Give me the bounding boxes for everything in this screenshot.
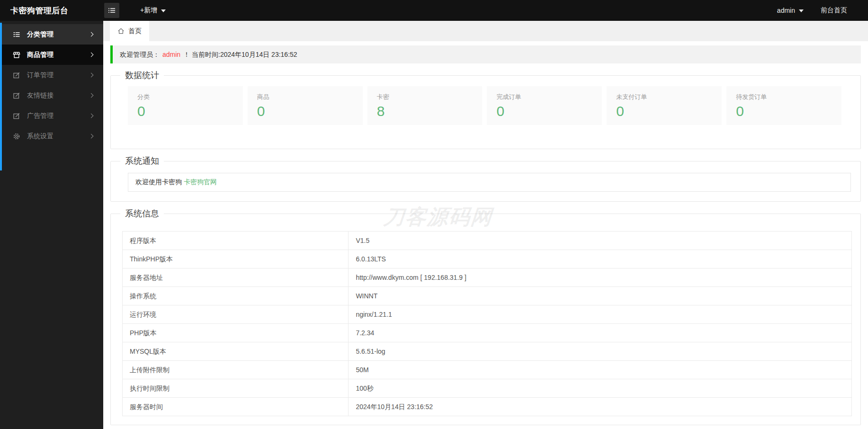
sysinfo-table: 程序版本 V1.5 ThinkPHP版本 6.0.13LTS 服务器地址 htt…: [122, 231, 852, 416]
welcome-alert: 欢迎管理员：admin！ 当前时间:2024年10月14日 23:16:52: [110, 45, 861, 63]
welcome-prefix: 欢迎管理员：: [120, 51, 160, 58]
stat-label: 完成订单: [496, 93, 592, 101]
info-value-cell: nginx/1.21.1: [349, 305, 852, 324]
sidebar-item-product-management[interactable]: 商品管理: [0, 45, 103, 65]
info-label-cell: 操作系统: [123, 287, 349, 305]
hamburger-icon: [107, 7, 116, 14]
stat-card-category: 分类 0: [128, 86, 243, 125]
sidebar: 分类管理 商品管理 订单管理 友情链接: [0, 21, 103, 429]
gear-icon: [12, 132, 21, 141]
caret-down-icon: [799, 9, 804, 12]
sidebar-item-category-management[interactable]: 分类管理: [0, 24, 103, 45]
official-site-link[interactable]: 卡密狗官网: [184, 178, 217, 186]
user-dropdown[interactable]: admin: [777, 7, 804, 14]
info-value-cell: 7.2.34: [349, 324, 852, 342]
stat-value: 0: [616, 104, 712, 118]
stat-label: 商品: [257, 93, 353, 101]
info-value-cell: V1.5: [349, 232, 852, 250]
sysinfo-legend: 系统信息: [120, 208, 164, 219]
info-value-cell: 50M: [349, 361, 852, 379]
stat-card-cardcode: 卡密 8: [367, 86, 483, 125]
caret-down-icon: [161, 9, 166, 12]
chevron-right-icon: [89, 114, 94, 118]
new-dropdown[interactable]: +新增: [140, 6, 166, 15]
front-home-link[interactable]: 前台首页: [821, 6, 847, 15]
notice-text: 欢迎使用卡密狗: [135, 178, 184, 186]
table-row: MYSQL版本 5.6.51-log: [123, 342, 852, 361]
table-row: ThinkPHP版本 6.0.13LTS: [123, 250, 852, 268]
chevron-right-icon: [89, 53, 94, 57]
chevron-right-icon: [89, 134, 94, 139]
notice-box: 欢迎使用卡密狗 卡密狗官网: [128, 173, 851, 192]
info-value-cell: 6.0.13LTS: [349, 250, 852, 268]
collapse-sidebar-button[interactable]: [104, 3, 119, 18]
stats-legend: 数据统计: [120, 70, 164, 80]
sidebar-item-friendly-links[interactable]: 友情链接: [0, 85, 103, 106]
info-value-cell: 5.6.51-log: [349, 342, 852, 361]
table-row: 服务器时间 2024年10月14日 23:16:52: [123, 398, 852, 416]
info-label-cell: 服务器时间: [123, 398, 349, 416]
stat-card-pending-shipment-orders: 待发货订单 0: [726, 86, 841, 125]
table-row: 程序版本 V1.5: [123, 232, 852, 250]
table-row: 上传附件限制 50M: [123, 361, 852, 379]
welcome-admin-name: admin: [162, 51, 180, 58]
edit-icon: [12, 112, 21, 120]
home-icon: [117, 27, 125, 35]
topbar-right: admin 前台首页: [777, 6, 868, 15]
info-label-cell: 上传附件限制: [123, 361, 349, 379]
table-row: 执行时间限制 100秒: [123, 379, 852, 398]
welcome-suffix: ！ 当前时间:2024年10月14日 23:16:52: [183, 51, 297, 58]
app-title: 卡密狗管理后台: [0, 5, 103, 16]
info-label-cell: ThinkPHP版本: [123, 250, 349, 268]
table-row: 运行环境 nginx/1.21.1: [123, 305, 852, 324]
info-label-cell: 运行环境: [123, 305, 349, 324]
sidebar-item-label: 订单管理: [27, 71, 54, 80]
new-dropdown-label: +新增: [140, 6, 157, 15]
stat-value: 0: [736, 104, 832, 118]
info-value-cell: 2024年10月14日 23:16:52: [349, 398, 852, 416]
chevron-right-icon: [89, 93, 94, 98]
stat-label: 待发货订单: [736, 93, 832, 101]
chevron-right-icon: [89, 32, 94, 37]
edit-icon: [12, 71, 21, 80]
stat-card-unpaid-orders: 未支付订单 0: [607, 86, 722, 125]
info-value-cell: WINNT: [349, 287, 852, 305]
tab-home[interactable]: 首页: [110, 21, 149, 41]
stats-row: 分类 0 商品 0 卡密 8 完成订单 0 未支付订单 0 待发货订单 0: [111, 80, 860, 149]
stat-card-completed-orders: 完成订单 0: [487, 86, 602, 125]
stat-value: 0: [496, 104, 592, 118]
stat-card-product: 商品 0: [248, 86, 363, 125]
tab-home-label: 首页: [128, 27, 142, 36]
chevron-right-icon: [89, 73, 94, 78]
info-label-cell: 服务器地址: [123, 268, 349, 287]
info-label-cell: MYSQL版本: [123, 342, 349, 361]
info-label-cell: PHP版本: [123, 324, 349, 342]
table-row: PHP版本 7.2.34: [123, 324, 852, 342]
edit-icon: [12, 91, 21, 100]
table-row: 服务器地址 http://www.dkym.com [ 192.168.31.9…: [123, 268, 852, 287]
username-label: admin: [777, 7, 795, 14]
sidebar-item-label: 广告管理: [27, 112, 54, 120]
sidebar-item-label: 分类管理: [27, 30, 54, 39]
stat-value: 0: [257, 104, 353, 118]
sidebar-item-ad-management[interactable]: 广告管理: [0, 106, 103, 126]
sidebar-scrollbar[interactable]: [0, 23, 2, 170]
info-label-cell: 程序版本: [123, 232, 349, 250]
main-content: 欢迎管理员：admin！ 当前时间:2024年10月14日 23:16:52 数…: [103, 41, 868, 429]
tab-bar: 首页: [103, 21, 868, 41]
stat-label: 卡密: [377, 93, 473, 101]
sidebar-item-label: 系统设置: [27, 132, 54, 141]
stat-label: 分类: [137, 93, 233, 101]
sysinfo-section: 系统信息 程序版本 V1.5 ThinkPHP版本 6.0.13LTS 服务器地…: [110, 208, 861, 425]
stat-value: 8: [377, 104, 473, 118]
sidebar-item-label: 商品管理: [27, 51, 54, 59]
sidebar-item-order-management[interactable]: 订单管理: [0, 65, 103, 85]
list-icon: [12, 30, 21, 39]
notice-section: 系统通知 欢迎使用卡密狗 卡密狗官网: [110, 156, 861, 202]
stat-label: 未支付订单: [616, 93, 712, 101]
info-label-cell: 执行时间限制: [123, 379, 349, 398]
table-row: 操作系统 WINNT: [123, 287, 852, 305]
notice-legend: 系统通知: [120, 156, 164, 166]
stat-value: 0: [137, 104, 233, 118]
sidebar-item-system-settings[interactable]: 系统设置: [0, 126, 103, 146]
